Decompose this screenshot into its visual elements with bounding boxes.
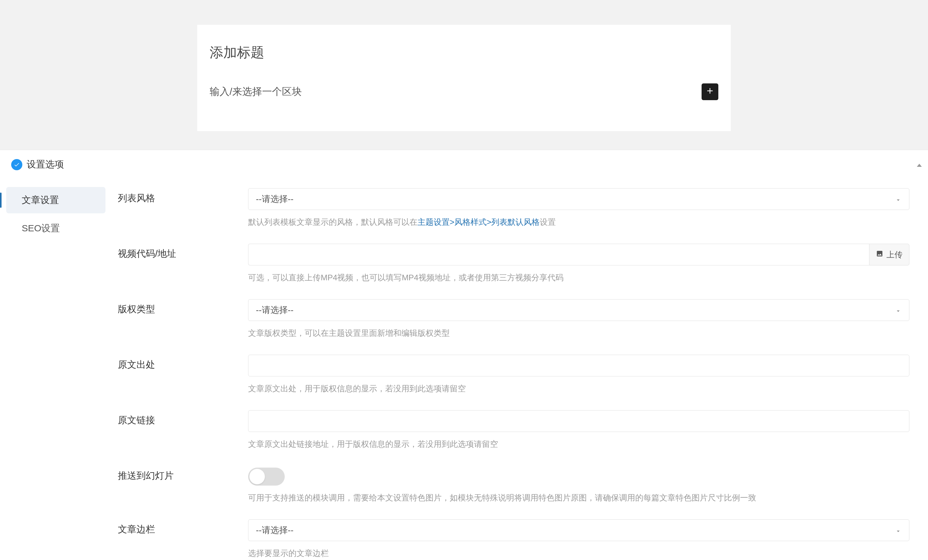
help-source-link: 文章原文出处链接地址，用于版权信息的显示，若没用到此选项请留空	[248, 438, 910, 450]
help-list-style: 默认列表模板文章显示的风格，默认风格可以在主题设置>风格样式>列表默认风格设置	[248, 216, 910, 228]
select-list-style[interactable]: --请选择--	[248, 188, 910, 210]
help-link[interactable]: 主题设置>风格样式>列表默认风格	[417, 217, 540, 227]
settings-panel-title: 设置选项	[27, 158, 64, 171]
help-video: 可选，可以直接上传MP4视频，也可以填写MP4视频地址，或者使用第三方视频分享代…	[248, 272, 910, 284]
field-wrapper: --请选择-- 默认列表模板文章显示的风格，默认风格可以在主题设置>风格样式>列…	[248, 188, 910, 228]
add-block-button[interactable]	[702, 83, 718, 100]
input-video[interactable]	[248, 244, 869, 266]
label-sidebar: 文章边栏	[118, 519, 248, 559]
select-placeholder: --请选择--	[256, 193, 293, 205]
select-sidebar[interactable]: --请选择--	[248, 519, 910, 541]
help-sidebar: 选择要显示的文章边栏	[248, 547, 910, 559]
field-wrapper: 上传 可选，可以直接上传MP4视频，也可以填写MP4视频地址，或者使用第三方视频…	[248, 244, 910, 284]
select-placeholder: --请选择--	[256, 524, 293, 536]
image-icon	[876, 250, 883, 259]
field-wrapper: 可用于支持推送的模块调用，需要给本文设置特色图片，如模块无特殊说明将调用特色图片…	[248, 466, 910, 504]
title-input[interactable]: 添加标题	[210, 43, 718, 62]
block-selector-row: 输入/来选择一个区块	[210, 83, 718, 100]
chevron-down-icon	[895, 527, 902, 534]
field-wrapper: --请选择-- 选择要显示的文章边栏	[248, 519, 910, 559]
field-copyright: 版权类型 --请选择-- 文章版权类型，可以在主题设置里面新增和编辑版权类型	[118, 299, 910, 339]
nav-item-seo-settings[interactable]: SEO设置	[6, 215, 105, 241]
field-source-link: 原文链接 文章原文出处链接地址，用于版权信息的显示，若没用到此选项请留空	[118, 410, 910, 450]
field-wrapper: 文章原文出处链接地址，用于版权信息的显示，若没用到此选项请留空	[248, 410, 910, 450]
help-text-suffix: 设置	[540, 217, 556, 227]
field-video: 视频代码/地址 上传 可选，可以直接上传MP4视频，也可以填写MP4视频地址，或…	[118, 244, 910, 284]
field-list-style: 列表风格 --请选择-- 默认列表模板文章显示的风格，默认风格可以在主题设置>风…	[118, 188, 910, 228]
triangle-up-icon	[917, 159, 922, 169]
field-wrapper: 文章原文出处，用于版权信息的显示，若没用到此选项请留空	[248, 355, 910, 395]
toggle-handle	[249, 469, 265, 484]
settings-body: 文章设置 SEO设置 列表风格 --请选择-- 默认列表模板文章显示的风格，默认…	[0, 179, 928, 560]
input-source-link[interactable]	[248, 410, 910, 432]
upload-button[interactable]: 上传	[869, 244, 910, 266]
input-source[interactable]	[248, 355, 910, 377]
label-copyright: 版权类型	[118, 299, 248, 339]
help-copyright: 文章版权类型，可以在主题设置里面新增和编辑版权类型	[248, 327, 910, 339]
chevron-down-icon	[895, 196, 902, 203]
toggle-slide[interactable]	[248, 468, 285, 485]
field-sidebar: 文章边栏 --请选择-- 选择要显示的文章边栏	[118, 519, 910, 559]
help-slide: 可用于支持推送的模块调用，需要给本文设置特色图片，如模块无特殊说明将调用特色图片…	[248, 492, 910, 504]
select-copyright[interactable]: --请选择--	[248, 299, 910, 321]
settings-panel: 设置选项 文章设置 SEO设置 列表风格 --请选择--	[0, 150, 928, 560]
settings-badge-icon	[11, 159, 22, 170]
nav-item-article-settings[interactable]: 文章设置	[6, 187, 105, 213]
help-source: 文章原文出处，用于版权信息的显示，若没用到此选项请留空	[248, 383, 910, 395]
label-source-link: 原文链接	[118, 410, 248, 450]
help-text-prefix: 默认列表模板文章显示的风格，默认风格可以在	[248, 217, 417, 227]
upload-label: 上传	[887, 249, 902, 260]
label-list-style: 列表风格	[118, 188, 248, 228]
editor-area: 添加标题 输入/来选择一个区块	[0, 0, 928, 150]
settings-header[interactable]: 设置选项	[0, 150, 928, 179]
settings-nav: 文章设置 SEO设置	[0, 179, 111, 560]
settings-content: 列表风格 --请选择-- 默认列表模板文章显示的风格，默认风格可以在主题设置>风…	[111, 179, 928, 560]
label-slide: 推送到幻灯片	[118, 466, 248, 504]
field-source: 原文出处 文章原文出处，用于版权信息的显示，若没用到此选项请留空	[118, 355, 910, 395]
label-source: 原文出处	[118, 355, 248, 395]
video-input-group: 上传	[248, 244, 910, 266]
collapse-toggle[interactable]	[917, 159, 922, 169]
field-slide: 推送到幻灯片 可用于支持推送的模块调用，需要给本文设置特色图片，如模块无特殊说明…	[118, 466, 910, 504]
block-placeholder[interactable]: 输入/来选择一个区块	[210, 85, 302, 99]
chevron-down-icon	[895, 307, 902, 313]
editor-card: 添加标题 输入/来选择一个区块	[197, 25, 731, 131]
label-video: 视频代码/地址	[118, 244, 248, 284]
field-wrapper: --请选择-- 文章版权类型，可以在主题设置里面新增和编辑版权类型	[248, 299, 910, 339]
select-placeholder: --请选择--	[256, 304, 293, 316]
plus-icon	[705, 86, 714, 98]
